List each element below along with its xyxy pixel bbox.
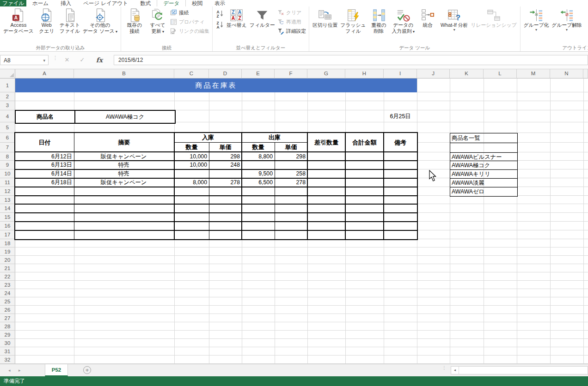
- table-cell-r9c3[interactable]: 248: [210, 161, 240, 169]
- table-cell-r17c2[interactable]: [175, 230, 207, 239]
- report-date-cell[interactable]: 6月25日: [384, 110, 417, 122]
- table-cell-r8c4[interactable]: 8,800: [243, 152, 273, 161]
- row-header-26[interactable]: 26: [0, 306, 15, 314]
- ribbon-tab-校閲[interactable]: 校閲: [186, 0, 208, 6]
- column-header-F[interactable]: F: [275, 69, 307, 78]
- table-cell-r16c0[interactable]: [16, 222, 72, 230]
- table-cell-r17c8[interactable]: [385, 230, 415, 239]
- ribbon-button-プロパティ[interactable]: プロパティ: [170, 18, 209, 25]
- ribbon-button-区切り位置[interactable]: 区切り位置: [311, 7, 339, 28]
- table-cell-r14c7[interactable]: [346, 204, 382, 213]
- table-cell-r12c6[interactable]: [308, 187, 343, 196]
- table-cell-r9c5[interactable]: [276, 161, 306, 169]
- ribbon-tab-数式[interactable]: 数式: [134, 0, 157, 6]
- table-cell-r12c2[interactable]: [175, 187, 207, 196]
- product-list-item[interactable]: AWAWA淡麗: [450, 179, 515, 187]
- product-list-item[interactable]: AWAWAゼロ: [450, 187, 515, 196]
- file-tab[interactable]: ファイル: [0, 0, 26, 6]
- ribbon-button-統合[interactable]: 統合: [416, 7, 439, 28]
- table-cell-r13c8[interactable]: [385, 196, 415, 205]
- table-cell-r11c7[interactable]: [346, 178, 382, 187]
- ribbon-button-Webクエリ[interactable]: Webクエリ: [35, 7, 58, 34]
- table-cell-r15c8[interactable]: [385, 213, 415, 222]
- table-cell-r17c3[interactable]: [210, 230, 240, 239]
- column-header-K[interactable]: K: [450, 69, 484, 78]
- table-cell-r9c6[interactable]: [308, 161, 343, 169]
- table-cell-r14c2[interactable]: [175, 204, 207, 213]
- formula-input[interactable]: 2015/6/12: [114, 55, 588, 65]
- table-cell-r17c6[interactable]: [308, 230, 343, 239]
- sort-za-icon[interactable]: ZA: [216, 21, 224, 29]
- column-header-N[interactable]: N: [550, 69, 583, 78]
- ribbon-button-並べ替え[interactable]: ZAAZ並べ替え: [225, 7, 248, 28]
- table-cell-r13c5[interactable]: [276, 196, 306, 205]
- column-header-A[interactable]: A: [15, 69, 74, 78]
- table-cell-r13c0[interactable]: [16, 196, 72, 205]
- insert-function-icon[interactable]: fx: [92, 55, 106, 65]
- row-header-18[interactable]: 18: [0, 239, 15, 247]
- table-cell-r8c3[interactable]: 298: [210, 152, 240, 161]
- table-cell-r10c5[interactable]: 258: [276, 169, 306, 178]
- row-header-8[interactable]: 8: [0, 152, 15, 161]
- column-header-G[interactable]: G: [307, 69, 345, 78]
- table-cell-r16c2[interactable]: [175, 222, 207, 230]
- sheet-nav-next-icon[interactable]: ▸: [18, 368, 21, 373]
- table-cell-r11c5[interactable]: 278: [276, 178, 306, 187]
- table-cell-r16c7[interactable]: [346, 222, 382, 230]
- horizontal-scrollbar[interactable]: ◂: [451, 366, 588, 374]
- ribbon-button-テキストファイル[interactable]: テキストファイル: [58, 7, 81, 34]
- table-cell-r9c8[interactable]: [385, 161, 415, 169]
- ribbon-button-重複の削除[interactable]: 重複の削除: [368, 7, 391, 34]
- ribbon-button-小計[interactable]: 小計: [583, 7, 588, 28]
- table-cell-r17c5[interactable]: [276, 230, 306, 239]
- select-all-corner[interactable]: [0, 69, 15, 78]
- table-cell-r13c7[interactable]: [346, 196, 382, 205]
- product-label-cell[interactable]: 商品名: [16, 111, 74, 123]
- column-header-B[interactable]: B: [74, 69, 174, 78]
- table-cell-r15c1[interactable]: [75, 213, 172, 222]
- table-cell-r8c6[interactable]: [308, 152, 343, 161]
- scroll-left-icon[interactable]: ◂: [451, 367, 459, 374]
- table-cell-r12c8[interactable]: [385, 187, 415, 196]
- column-header-H[interactable]: H: [345, 69, 384, 78]
- table-cell-r14c0[interactable]: [16, 204, 72, 213]
- product-list-item[interactable]: AWAWAキリリ: [450, 170, 515, 179]
- table-cell-r10c8[interactable]: [385, 169, 415, 178]
- sheet-nav-prev-icon[interactable]: ◂: [8, 368, 11, 373]
- row-header-19[interactable]: 19: [0, 247, 15, 256]
- row-header-29[interactable]: 29: [0, 331, 15, 339]
- row-header-31[interactable]: 31: [0, 347, 15, 356]
- ribbon-button-フィルター[interactable]: フィルター: [248, 7, 276, 28]
- column-header-I[interactable]: I: [384, 69, 417, 78]
- table-cell-r15c0[interactable]: [16, 213, 72, 222]
- row-header-25[interactable]: 25: [0, 297, 15, 306]
- table-cell-r14c6[interactable]: [308, 204, 343, 213]
- row-header-5[interactable]: 5: [0, 122, 15, 133]
- table-cell-r10c0[interactable]: 6月14日: [16, 169, 72, 178]
- table-cell-r8c8[interactable]: [385, 152, 415, 161]
- row-header-24[interactable]: 24: [0, 289, 15, 297]
- row-header-1[interactable]: 1: [0, 78, 15, 92]
- row-header-28[interactable]: 28: [0, 322, 15, 331]
- table-cell-r11c6[interactable]: [308, 178, 343, 187]
- ribbon-button-リレーションシップ[interactable]: リレーションシップ: [469, 7, 518, 28]
- namebox-dropdown-icon[interactable]: ▾: [43, 55, 45, 66]
- table-cell-r13c3[interactable]: [210, 196, 240, 205]
- ribbon-tab-データ[interactable]: データ: [157, 0, 186, 6]
- ribbon-tab-ページ レイアウト[interactable]: ページ レイアウト: [77, 0, 134, 6]
- column-header-E[interactable]: E: [242, 69, 275, 78]
- row-header-9[interactable]: 9: [0, 161, 15, 169]
- table-cell-r13c1[interactable]: [75, 196, 172, 205]
- table-cell-r16c3[interactable]: [210, 222, 240, 230]
- table-cell-r9c4[interactable]: [243, 161, 273, 169]
- table-cell-r10c7[interactable]: [346, 169, 382, 178]
- row-header-3[interactable]: 3: [0, 101, 15, 110]
- row-header-11[interactable]: 11: [0, 178, 15, 187]
- row-header-6[interactable]: 6: [0, 133, 15, 143]
- table-cell-r9c1[interactable]: 特売: [75, 161, 172, 169]
- table-cell-r15c3[interactable]: [210, 213, 240, 222]
- table-cell-r10c4[interactable]: 9,500: [243, 169, 273, 178]
- table-cell-r14c4[interactable]: [243, 204, 273, 213]
- table-cell-r11c1[interactable]: 販促キャンペーン: [75, 178, 172, 187]
- table-cell-r12c7[interactable]: [346, 187, 382, 196]
